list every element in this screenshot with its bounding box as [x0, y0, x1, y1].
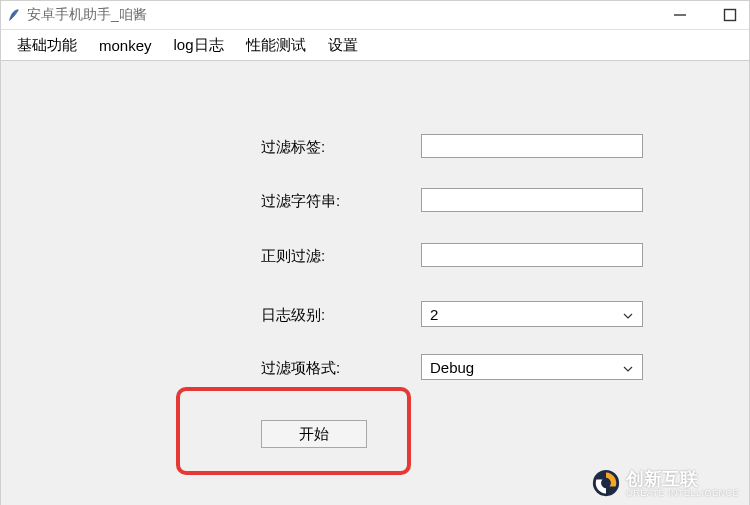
log-level-select[interactable]: 2: [421, 301, 643, 327]
maximize-button[interactable]: [723, 8, 737, 22]
filter-format-value: Debug: [430, 359, 474, 376]
window-controls: [673, 1, 737, 29]
menu-basic[interactable]: 基础功能: [17, 36, 77, 55]
log-level-value: 2: [430, 306, 438, 323]
row-regex-filter: 正则过滤:: [261, 247, 325, 266]
chevron-down-icon: [622, 308, 634, 320]
filter-tag-input[interactable]: [421, 134, 643, 158]
watermark-subtitle: CREATE INTELLIGENCE: [626, 489, 739, 498]
minimize-button[interactable]: [673, 8, 687, 22]
regex-filter-label: 正则过滤:: [261, 247, 325, 266]
svg-rect-2: [725, 10, 736, 21]
row-log-level: 日志级别:: [261, 306, 325, 325]
filter-tag-label: 过滤标签:: [261, 138, 325, 157]
watermark-brand: 创新互联: [626, 469, 698, 489]
filter-string-input[interactable]: [421, 188, 643, 212]
menu-monkey[interactable]: monkey: [99, 37, 152, 54]
row-filter-tag: 过滤标签:: [261, 138, 325, 157]
regex-filter-input[interactable]: [421, 243, 643, 267]
menu-perf[interactable]: 性能测试: [246, 36, 306, 55]
app-window: 安卓手机助手_咱酱 基础功能 monkey log日志 性能测试 设置 过滤标签…: [0, 0, 750, 505]
row-filter-format: 过滤项格式:: [261, 359, 340, 378]
menu-settings[interactable]: 设置: [328, 36, 358, 55]
start-button-label: 开始: [299, 425, 329, 444]
titlebar: 安卓手机助手_咱酱: [1, 1, 749, 30]
watermark-logo-icon: [592, 469, 620, 497]
filter-format-select[interactable]: Debug: [421, 354, 643, 380]
watermark-text: 创新互联 CREATE INTELLIGENCE: [626, 467, 739, 498]
filter-format-label: 过滤项格式:: [261, 359, 340, 378]
row-filter-string: 过滤字符串:: [261, 192, 340, 211]
log-level-label: 日志级别:: [261, 306, 325, 325]
chevron-down-icon: [622, 361, 634, 373]
client-area: 过滤标签: 过滤字符串: 正则过滤: 日志级别: 2 过滤项格式: Debug: [1, 61, 749, 505]
menu-log[interactable]: log日志: [174, 36, 224, 55]
window-title: 安卓手机助手_咱酱: [27, 6, 147, 24]
menubar: 基础功能 monkey log日志 性能测试 设置: [1, 30, 749, 61]
watermark: 创新互联 CREATE INTELLIGENCE: [592, 467, 739, 498]
app-icon: [7, 8, 21, 22]
filter-string-label: 过滤字符串:: [261, 192, 340, 211]
start-button[interactable]: 开始: [261, 420, 367, 448]
